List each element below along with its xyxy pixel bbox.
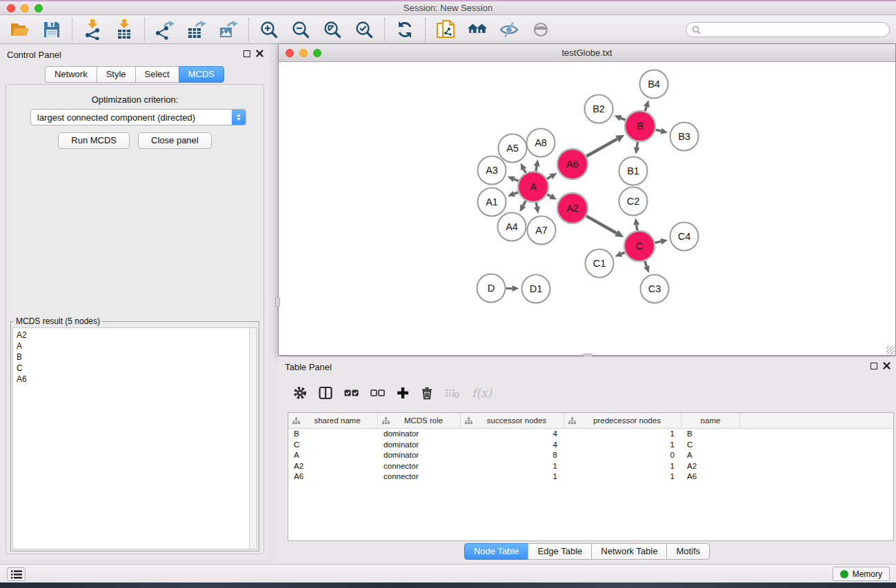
column-header-predecessor-nodes[interactable]: predecessor nodes [564,413,681,428]
network-canvas[interactable]: AA6A2BCA5A8A3A1A4A7B2B4B3B1C2C4C1C3DD1 [279,62,895,355]
close-panel-icon[interactable] [256,50,263,57]
table-tab-node-table[interactable]: Node Table [464,543,529,560]
table-cell[interactable]: 1 [564,440,681,451]
table-cell[interactable]: 0 [564,450,681,461]
graph-node-D1[interactable]: D1 [522,275,550,303]
graph-edge-B-B2[interactable] [621,118,626,120]
mcds-result-item[interactable]: A6 [17,374,253,385]
graph-edge-A6-B[interactable] [586,139,617,156]
table-cell[interactable]: 1 [564,461,681,472]
close-panel-button[interactable]: Close panel [138,132,212,149]
splitter-handle-vertical[interactable] [275,297,280,307]
table-row[interactable]: A2connector11A2 [288,461,893,472]
graph-edge-A-A8[interactable] [536,166,537,171]
graph-node-A8[interactable]: A8 [527,129,555,157]
table-cell[interactable]: A2 [288,461,378,472]
graph-edge-A-A7[interactable] [536,203,537,207]
graph-edge-A-A1[interactable] [514,192,518,194]
graph-edge-A-A2[interactable] [547,194,550,196]
table-cell[interactable]: 1 [564,429,681,440]
zoom-fit-icon[interactable] [322,19,343,40]
open-session-icon[interactable] [10,19,30,40]
mcds-result-item[interactable]: C [17,363,253,374]
graph-node-C1[interactable]: C1 [586,250,614,278]
table-tab-network-table[interactable]: Network Table [591,543,667,560]
graph-edge-B-B3[interactable] [655,130,661,131]
graph-node-B2[interactable]: B2 [585,95,613,123]
column-header-successor-nodes[interactable]: successor nodes [461,413,564,428]
mcds-result-item[interactable]: B [17,352,253,363]
graph-node-B[interactable]: B [625,111,655,141]
window-resize-grip[interactable] [886,346,895,354]
table-cell[interactable]: dominator [378,450,461,461]
graph-node-B1[interactable]: B1 [619,157,648,185]
graph-node-B3[interactable]: B3 [670,123,699,151]
graph-node-D[interactable]: D [477,274,506,303]
add-column-icon[interactable] [397,387,409,399]
table-cell[interactable]: connector [378,472,461,483]
show-panel-eye-icon[interactable] [530,19,551,40]
column-header-shared-name[interactable]: shared name [288,413,378,428]
table-cell[interactable]: dominator [378,440,461,451]
table-cell[interactable]: C [681,440,740,451]
result-list-scrollbar[interactable] [249,328,257,549]
graph-edge-C-C4[interactable] [655,241,661,243]
graph-edge-A-A3[interactable] [514,179,519,181]
tab-mcds[interactable]: MCDS [179,66,224,83]
table-tab-motifs[interactable]: Motifs [666,543,710,560]
table-cell[interactable]: 1 [461,461,564,472]
save-session-icon[interactable] [41,19,62,40]
hide-panel-eye-slash-icon[interactable] [499,19,519,40]
tab-style[interactable]: Style [97,66,136,83]
table-cell[interactable]: 1 [461,472,564,483]
table-cell[interactable]: C [288,440,378,451]
settings-gear-icon[interactable] [293,386,307,400]
graph-node-A5[interactable]: A5 [499,134,527,163]
tab-network[interactable]: Network [45,66,97,83]
table-cell[interactable]: B [681,429,740,440]
graph-edge-C-C1[interactable] [621,252,625,254]
zoom-out-icon[interactable] [290,19,311,40]
task-history-button[interactable] [7,567,26,581]
graph-node-C2[interactable]: C2 [619,187,648,216]
graph-node-A3[interactable]: A3 [478,156,506,185]
run-mcds-button[interactable]: Run MCDS [58,132,130,149]
network-window-titlebar[interactable]: testGlobe.txt [279,44,895,62]
float-panel-icon[interactable] [243,50,250,57]
graph-edge-C-C2[interactable] [637,225,637,230]
memory-button[interactable]: Memory [833,567,890,581]
graph-edge-A-A5[interactable] [524,169,526,172]
export-image-icon[interactable] [218,19,239,40]
table-cell[interactable]: 1 [564,472,681,483]
table-row[interactable]: A6connector11A6 [288,472,893,483]
home-icon[interactable] [467,19,488,40]
export-table-icon[interactable] [186,19,207,40]
table-tab-edge-table[interactable]: Edge Table [528,543,592,560]
graph-edge-C-C3[interactable] [645,261,647,267]
graph-node-B4[interactable]: B4 [640,70,668,99]
graph-node-A7[interactable]: A7 [528,216,556,245]
table-cell[interactable]: 4 [461,429,564,440]
zoom-selected-icon[interactable] [354,19,375,40]
delete-column-trash-icon[interactable] [421,387,433,400]
mcds-result-item[interactable]: A2 [17,330,253,341]
table-cell[interactable]: A2 [681,461,740,472]
table-row[interactable]: Bdominator41B [288,429,893,440]
tab-select[interactable]: Select [135,66,179,83]
graph-node-A[interactable]: A [518,172,548,202]
column-header-MCDS-role[interactable]: MCDS role [378,413,461,428]
close-table-panel-icon[interactable] [883,362,890,369]
graph-node-C3[interactable]: C3 [641,275,669,303]
table-cell[interactable]: A6 [288,472,378,483]
deselect-all-columns-icon[interactable] [370,387,385,398]
table-cell[interactable]: dominator [378,429,461,440]
export-network-icon[interactable] [155,19,175,40]
table-cell[interactable]: connector [378,461,461,472]
table-row[interactable]: Adominator80A [288,450,893,461]
copy-network-icon[interactable] [435,19,456,40]
graph-node-C[interactable]: C [624,231,655,261]
column-layout-icon[interactable] [319,386,332,400]
column-header-name[interactable]: name [681,413,740,428]
graph-node-A6[interactable]: A6 [557,149,588,179]
table-cell[interactable]: A [288,450,378,461]
